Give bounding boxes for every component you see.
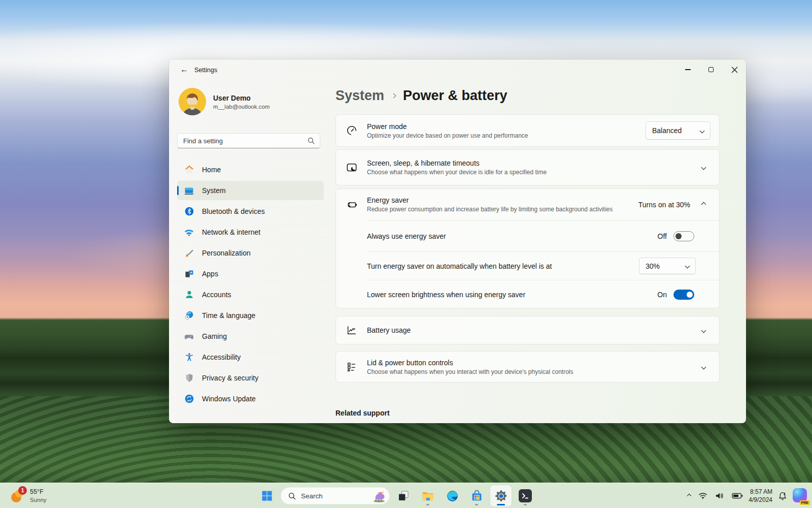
sidebar-item-privacy-security[interactable]: Privacy & security (177, 368, 324, 388)
always-energy-saver-label: Always use energy saver (367, 232, 446, 240)
back-button[interactable]: ← (176, 64, 192, 76)
close-button[interactable] (723, 59, 746, 80)
sidebar-item-gaming[interactable]: Gaming (177, 327, 324, 346)
taskbar-search[interactable]: Search (281, 487, 390, 504)
settings-search[interactable] (177, 133, 320, 148)
breadcrumb-system[interactable]: System (335, 88, 384, 104)
sidebar-item-home[interactable]: Home (177, 160, 324, 179)
bluetooth-icon (184, 206, 194, 217)
widgets-badge: 1 (18, 486, 27, 495)
minimize-button[interactable] (676, 59, 699, 80)
profile-email: m__lab@outlook.com (213, 104, 269, 110)
taskbar-search-label: Search (301, 492, 366, 500)
battery-level-dropdown[interactable]: 30% (639, 258, 696, 274)
sidebar-item-system[interactable]: System (177, 181, 324, 200)
power-mode-icon (336, 125, 367, 136)
running-indicator (524, 504, 527, 505)
task-view-icon (397, 490, 410, 502)
taskbar: 1 55°F Sunny Search (0, 483, 812, 508)
desktop: ← Settings User (0, 0, 812, 508)
active-indicator (497, 504, 505, 505)
chevron-down-icon[interactable] (701, 364, 706, 369)
breadcrumb-chevron-icon (391, 93, 396, 99)
volume-icon[interactable] (713, 490, 726, 502)
copilot-preview-badge: PRE (800, 500, 810, 505)
profile-name: User Demo (213, 94, 269, 102)
settings-window: ← Settings User (169, 59, 746, 423)
back-arrow-icon: ← (180, 65, 188, 74)
user-profile[interactable]: User Demo m__lab@outlook.com (179, 88, 269, 115)
always-energy-saver-state: Off (658, 232, 667, 240)
auto-energy-saver-row: Turn energy saver on automatically when … (336, 252, 719, 280)
settings-app-button[interactable] (490, 485, 512, 506)
sidebar-nav: Home System Bluetooth & devices Network … (177, 160, 324, 410)
copilot-button[interactable]: PRE (793, 488, 808, 503)
file-explorer-button[interactable] (417, 485, 438, 506)
lower-brightness-toggle[interactable] (673, 290, 694, 300)
running-indicator (426, 504, 429, 505)
battery-usage-title: Battery usage (367, 326, 411, 334)
always-energy-saver-toggle[interactable] (673, 231, 694, 241)
power-mode-desc: Optimize your device based on power use … (367, 132, 528, 139)
related-support-heading: Related support (335, 409, 390, 417)
widgets-button[interactable]: 1 55°F Sunny (5, 483, 52, 508)
energy-saver-status: Turns on at 30% (638, 201, 690, 209)
battery-usage-card[interactable]: Battery usage (335, 316, 720, 344)
store-button[interactable] (466, 485, 487, 506)
accounts-icon (184, 290, 194, 300)
energy-saver-desc: Reduce power consumption and increase ba… (367, 206, 613, 213)
lower-brightness-state: On (657, 291, 667, 299)
terminal-button[interactable] (515, 485, 536, 506)
sidebar-item-accounts[interactable]: Accounts (177, 285, 324, 304)
windows-start-icon (261, 490, 273, 502)
energy-saver-title: Energy saver (367, 196, 613, 204)
start-button[interactable] (256, 485, 278, 506)
privacy-shield-icon (184, 373, 194, 384)
lower-brightness-label: Lower screen brightness when using energ… (367, 291, 525, 299)
chevron-down-icon (700, 128, 705, 133)
battery-usage-icon (336, 325, 367, 336)
search-input[interactable] (178, 137, 308, 145)
sidebar-item-windows-update[interactable]: Windows Update (177, 389, 324, 408)
clock[interactable]: 8:57 AM 4/9/2024 (749, 488, 772, 504)
power-mode-dropdown[interactable]: Balanced (646, 121, 710, 140)
chevron-down-icon[interactable] (701, 328, 706, 333)
network-icon (184, 227, 194, 238)
task-view-button[interactable] (393, 485, 414, 506)
wifi-icon[interactable] (696, 490, 709, 502)
chevron-up-icon[interactable] (701, 202, 706, 207)
search-icon (288, 492, 296, 500)
timeouts-card[interactable]: Screen, sleep, & hibernate timeouts Choo… (335, 149, 720, 185)
timeouts-title: Screen, sleep, & hibernate timeouts (367, 159, 547, 167)
system-icon (184, 185, 194, 196)
microsoft-store-icon (470, 490, 483, 502)
battery-level-value: 30% (646, 262, 660, 270)
running-indicator (475, 504, 478, 505)
lid-power-card[interactable]: Lid & power button controls Choose what … (335, 351, 720, 383)
sidebar-item-network-internet[interactable]: Network & internet (177, 223, 324, 242)
lower-brightness-row: Lower screen brightness when using energ… (336, 280, 719, 309)
file-explorer-icon (421, 489, 434, 502)
tray-date: 4/9/2024 (749, 496, 772, 504)
notification-bell-icon[interactable] (776, 489, 789, 502)
energy-saver-header[interactable]: Energy saver Reduce power consumption an… (336, 189, 719, 220)
gaming-icon (184, 331, 194, 342)
edge-button[interactable] (442, 485, 463, 506)
maximize-icon (708, 67, 714, 72)
lid-power-desc: Choose what happens when you interact wi… (367, 368, 573, 375)
titlebar[interactable]: ← Settings (169, 59, 746, 80)
sidebar-item-apps[interactable]: Apps (177, 264, 324, 283)
sidebar-item-time-language[interactable]: Time & language (177, 306, 324, 325)
terminal-icon (519, 489, 532, 502)
maximize-button[interactable] (699, 59, 723, 80)
sidebar-item-personalization[interactable]: Personalization (177, 243, 324, 263)
sidebar-item-accessibility[interactable]: Accessibility (177, 347, 324, 367)
tray-chevron-up-button[interactable] (686, 492, 693, 499)
settings-gear-icon (494, 489, 508, 503)
avatar (179, 88, 206, 115)
auto-energy-saver-label: Turn energy saver on automatically when … (367, 262, 552, 270)
battery-icon[interactable] (730, 490, 745, 501)
sidebar-item-bluetooth-devices[interactable]: Bluetooth & devices (177, 202, 324, 221)
chevron-down-icon[interactable] (701, 165, 706, 170)
page-title: Power & battery (403, 88, 507, 104)
